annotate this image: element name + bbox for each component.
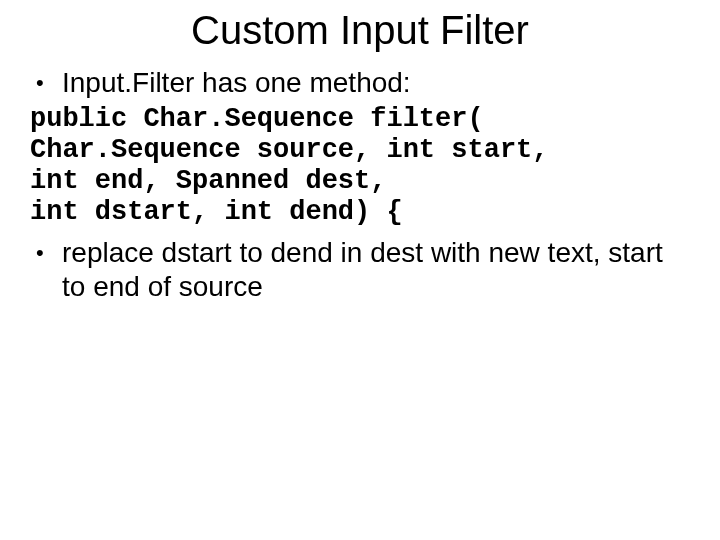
slide: Custom Input Filter • Input.Filter has o… [0, 0, 720, 540]
code-line-3: int end, Spanned dest, [30, 166, 386, 196]
bullet-dot-icon: • [30, 66, 62, 100]
slide-title: Custom Input Filter [0, 8, 720, 53]
bullet-dot-icon: • [30, 236, 62, 270]
code-line-1: public Char.Sequence filter( [30, 104, 484, 134]
bullet-item-2: • replace dstart to dend in dest with ne… [30, 236, 690, 304]
code-line-2: Char.Sequence source, int start, [30, 135, 548, 165]
code-line-4: int dstart, int dend) { [30, 197, 403, 227]
bullet-item-1: • Input.Filter has one method: [30, 66, 690, 100]
bullet-text-1: Input.Filter has one method: [62, 66, 411, 100]
code-block: public Char.Sequence filter( Char.Sequen… [30, 104, 690, 228]
bullet-text-2: replace dstart to dend in dest with new … [62, 236, 690, 304]
slide-body: • Input.Filter has one method: public Ch… [30, 66, 690, 308]
